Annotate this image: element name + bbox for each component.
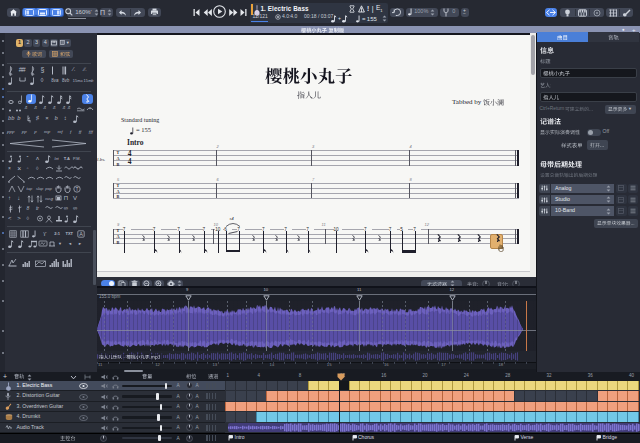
svg-text:T: T	[76, 186, 79, 192]
svg-text:A: A	[79, 231, 83, 237]
